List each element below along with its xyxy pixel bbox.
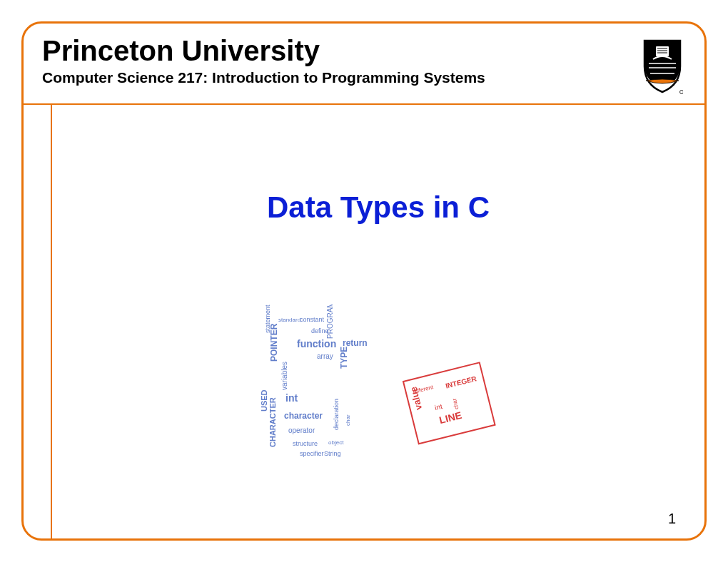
princeton-shield-icon bbox=[642, 38, 683, 95]
svg-text:constant: constant bbox=[300, 316, 325, 323]
svg-text:CHARACTER: CHARACTER bbox=[268, 397, 277, 447]
svg-text:declaration: declaration bbox=[333, 399, 340, 430]
slide-title: Data Types in C bbox=[52, 190, 704, 225]
svg-text:char: char bbox=[345, 414, 351, 426]
svg-text:TYPE: TYPE bbox=[339, 347, 349, 369]
institution-name: Princeton University bbox=[42, 35, 686, 66]
svg-text:String: String bbox=[324, 450, 341, 457]
svg-text:structure: structure bbox=[293, 440, 318, 447]
svg-text:operator: operator bbox=[288, 426, 315, 434]
wordcloud-graphic: statement POINTER variables function sta… bbox=[257, 305, 500, 476]
svg-text:PROGRAM: PROGRAM bbox=[326, 305, 334, 339]
svg-text:specifier: specifier bbox=[300, 450, 324, 457]
svg-text:object: object bbox=[328, 439, 344, 446]
svg-text:int: int bbox=[285, 392, 298, 404]
slide-frame: Princeton University Computer Science 21… bbox=[21, 21, 707, 541]
header-block: Princeton University Computer Science 21… bbox=[24, 24, 704, 105]
svg-text:USED: USED bbox=[260, 389, 268, 412]
svg-text:character: character bbox=[284, 411, 323, 421]
svg-text:array: array bbox=[317, 352, 333, 360]
svg-point-4 bbox=[680, 91, 684, 94]
svg-text:standard: standard bbox=[278, 317, 300, 323]
svg-text:variables: variables bbox=[280, 362, 288, 390]
page-number: 1 bbox=[668, 511, 676, 527]
slide-content: Data Types in C statement POINTER variab… bbox=[52, 105, 704, 538]
svg-text:POINTER: POINTER bbox=[269, 323, 279, 362]
svg-rect-0 bbox=[656, 46, 669, 56]
svg-text:function: function bbox=[297, 338, 336, 349]
course-title: Computer Science 217: Introduction to Pr… bbox=[42, 69, 686, 86]
